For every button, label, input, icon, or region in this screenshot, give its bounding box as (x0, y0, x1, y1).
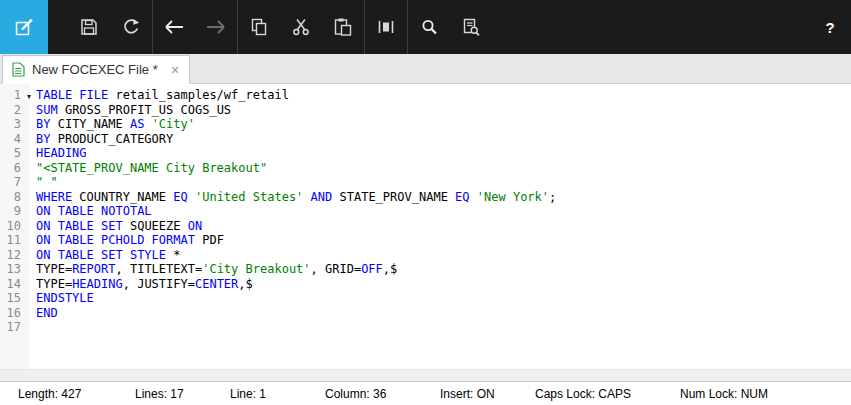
find-in-file-button[interactable] (450, 0, 492, 54)
forward-arrow-icon (203, 16, 229, 38)
line-number: 8 (0, 190, 30, 205)
code-token: AND (311, 190, 333, 204)
code-line[interactable]: "<STATE_PROV_NAME City Breakout" (36, 161, 851, 176)
paste-icon (332, 16, 354, 38)
status-column: Column: 36 (325, 387, 386, 401)
code-line[interactable]: ENDSTYLE (36, 291, 851, 306)
code-token: HEADING (72, 277, 123, 291)
revert-icon (120, 16, 142, 38)
code-token: PRODUCT_CATEGORY (50, 132, 173, 146)
status-num-lock: Num Lock: NUM (680, 387, 768, 401)
code-token: OFF (361, 262, 383, 276)
save-icon (78, 16, 100, 38)
code-line[interactable]: ON TABLE SET STYLE * (36, 248, 851, 263)
code-token: retail_samples/wf_retail (108, 88, 289, 102)
line-number: 4 (0, 132, 30, 147)
toolbar-flex-space (492, 0, 809, 54)
status-line: Line: 1 (230, 387, 266, 401)
code-line[interactable]: SUM GROSS_PROFIT_US COGS_US (36, 103, 851, 118)
revert-button[interactable] (110, 0, 152, 54)
line-number: 9 (0, 204, 30, 219)
status-bar: Length: 427Lines: 17Line: 1Column: 36Ins… (0, 381, 851, 405)
code-token (303, 190, 310, 204)
code-token: SUM (36, 103, 58, 117)
code-line[interactable]: BY PRODUCT_CATEGORY (36, 132, 851, 147)
tab-title: New FOCEXEC File * (32, 62, 158, 77)
code-token: HEADING (36, 146, 87, 160)
code-line[interactable]: END (36, 306, 851, 321)
code-token: 'City' (152, 117, 195, 131)
status-lines: Lines: 17 (135, 387, 184, 401)
line-number: 3 (0, 117, 30, 132)
code-token: END (36, 306, 58, 320)
code-token: , GRID= (311, 262, 362, 276)
code-token: ,$ (383, 262, 397, 276)
code-token: " " (36, 175, 58, 189)
status-insert: Insert: ON (440, 387, 495, 401)
toolbar: ? (0, 0, 851, 54)
code-line[interactable]: ON TABLE SET SQUEEZE ON (36, 219, 851, 234)
status-caps-lock: Caps Lock: CAPS (535, 387, 631, 401)
save-button[interactable] (68, 0, 110, 54)
code-line[interactable]: WHERE COUNTRY_NAME EQ 'United States' AN… (36, 190, 851, 205)
code-token: PDF (195, 233, 224, 247)
code-line[interactable]: HEADING (36, 146, 851, 161)
code-area[interactable]: TABLE FILE retail_samples/wf_retailSUM G… (30, 84, 851, 369)
layout-view-button[interactable] (365, 0, 407, 54)
code-token: "<STATE_PROV_NAME City Breakout" (36, 161, 267, 175)
code-token: BY (36, 132, 50, 146)
code-line[interactable]: ON TABLE PCHOLD FORMAT PDF (36, 233, 851, 248)
tab-close-icon[interactable]: × (171, 62, 180, 77)
editor: 1▾234567891011121314151617 TABLE FILE re… (0, 84, 851, 381)
line-number: 13 (0, 262, 30, 277)
code-token: TYPE= (36, 262, 72, 276)
copy-button[interactable] (238, 0, 280, 54)
forward-button[interactable] (195, 0, 237, 54)
back-button[interactable] (153, 0, 195, 54)
line-number: 14 (0, 277, 30, 292)
code-line[interactable]: BY CITY_NAME AS 'City' (36, 117, 851, 132)
code-line[interactable]: " " (36, 175, 851, 190)
back-arrow-icon (161, 16, 187, 38)
code-line[interactable]: ON TABLE NOTOTAL (36, 204, 851, 219)
line-number: 7 (0, 175, 30, 190)
code-token: ON (188, 219, 202, 233)
editor-main: 1▾234567891011121314151617 TABLE FILE re… (0, 84, 851, 369)
line-number: 2 (0, 103, 30, 118)
code-token: REPORT (72, 262, 115, 276)
code-token: EQ (173, 190, 187, 204)
line-number: 12 (0, 248, 30, 263)
code-line[interactable]: TYPE=REPORT, TITLETEXT='City Breakout', … (36, 262, 851, 277)
code-token: BY (36, 117, 50, 131)
code-token: EQ (455, 190, 469, 204)
edit-file-button[interactable] (0, 0, 48, 54)
code-token: ON TABLE SET (36, 219, 123, 233)
code-token: TYPE= (36, 277, 72, 291)
horizontal-scrollbar[interactable] (0, 369, 851, 381)
code-token: ENDSTYLE (36, 291, 94, 305)
line-number: 15 (0, 291, 30, 306)
code-line[interactable]: TABLE FILE retail_samples/wf_retail (36, 88, 851, 103)
paste-button[interactable] (322, 0, 364, 54)
search-button[interactable] (408, 0, 450, 54)
code-token: CITY_NAME (50, 117, 129, 131)
code-line[interactable] (36, 320, 851, 335)
code-token: AS (130, 117, 144, 131)
help-button[interactable]: ? (809, 0, 851, 54)
focexec-file-icon (12, 62, 25, 77)
search-icon (418, 16, 440, 38)
code-token: ,$ (238, 277, 252, 291)
code-token: TABLE FILE (36, 88, 108, 102)
cut-button[interactable] (280, 0, 322, 54)
pencil-icon (13, 16, 35, 38)
line-number: 17 (0, 320, 30, 335)
tab-new-focexec-file[interactable]: New FOCEXEC File * × (2, 55, 190, 84)
line-number: 6 (0, 161, 30, 176)
code-token: 'City Breakout' (202, 262, 310, 276)
code-token (470, 190, 477, 204)
code-line[interactable]: TYPE=HEADING, JUSTIFY=CENTER,$ (36, 277, 851, 292)
line-number: 11 (0, 233, 30, 248)
scissors-icon (290, 16, 312, 38)
status-length: Length: 427 (18, 387, 81, 401)
line-number: 5 (0, 146, 30, 161)
